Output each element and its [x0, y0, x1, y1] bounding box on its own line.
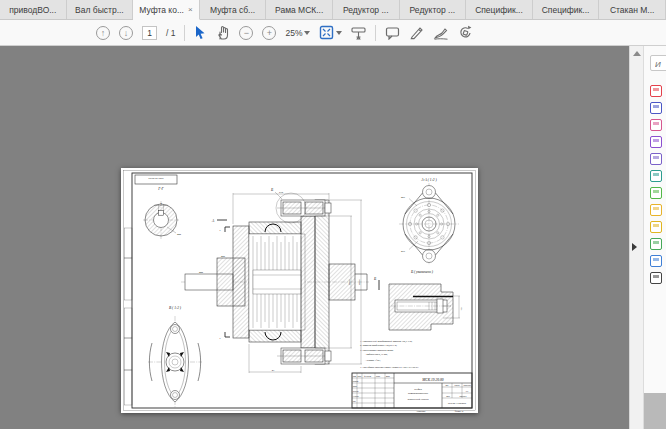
tab-privodvo[interactable]: приводВО... [0, 0, 67, 19]
tech-req-line: - радиальное 0,13 мм; [365, 353, 388, 356]
tb-col: Лист [358, 375, 362, 377]
acrobat-window: приводВО... Вал быстр... Муфта ко... × М… [0, 0, 666, 429]
tb-col: № докум. [364, 375, 372, 377]
kopiroval-label: Копировал [417, 410, 425, 412]
dim-overall-length: 145 [279, 191, 284, 193]
draw-tool-icon[interactable] [650, 272, 662, 284]
detail-b-arrow-label: Б [373, 277, 377, 281]
tool-search-input[interactable] [650, 55, 666, 71]
stamp-number: МСК.19.20.00 [148, 177, 164, 180]
tab-label: Муфта сб... [210, 5, 255, 15]
tb-row: Т.контр. [353, 390, 360, 392]
section-g-mark-top: Г [220, 229, 222, 231]
drawing-page[interactable]: .ln{stroke:#2b2b2b;fill:none;stroke-widt… [121, 168, 478, 413]
tb-col: Дата [386, 375, 390, 377]
crop-pages-tool-icon[interactable] [650, 170, 662, 182]
vertical-scrollbar[interactable] [629, 46, 643, 429]
pencil-tool-button[interactable] [409, 24, 424, 42]
page-up-button[interactable]: ↑ [96, 26, 110, 40]
tab-label: Специфик... [542, 5, 590, 15]
page-number-input[interactable] [142, 26, 157, 40]
format-label: Формат A3 [455, 410, 464, 412]
select-tool-button[interactable] [194, 24, 207, 42]
tb-row: Разраб. [353, 380, 360, 382]
view-main-assembly: Б А Г Г [181, 188, 369, 373]
tech-req-line: 4. При сборке нанести смазку Литол-24 ГО… [360, 366, 419, 369]
measure-tool-button[interactable] [351, 24, 366, 42]
tab-label: приводВО... [9, 5, 56, 15]
doc-type: Сборочный чертеж [407, 398, 429, 401]
tb-masshtab: Масштаб [463, 384, 470, 386]
tab-label: Вал быстр... [75, 5, 124, 15]
edit-pdf-tool-icon[interactable] [650, 136, 662, 148]
dim-hub-dia: Ø35 [221, 255, 226, 257]
dim-detail-thread: М8 [460, 307, 462, 311]
comment-tool-button[interactable] [385, 24, 400, 42]
zoom-out-button[interactable]: − [239, 26, 253, 40]
fit-page-dropdown[interactable] [319, 24, 342, 42]
sign-tool-button[interactable] [433, 24, 449, 42]
stamp-tool-button[interactable] [458, 24, 473, 42]
scroll-up-icon[interactable] [633, 51, 641, 56]
zoom-level-dropdown[interactable]: 25% [285, 24, 310, 42]
tb-row: Н.контр. [353, 395, 360, 397]
view-v: В ( 1:2 ) [148, 306, 202, 408]
stamp-rotate-icon [458, 25, 473, 40]
hand-tool-button[interactable] [216, 24, 230, 42]
part-name-1: Муфта [414, 388, 422, 391]
tab-specifik-1[interactable]: Специфик... [466, 0, 533, 19]
tab-mufta-sb[interactable]: Муфта сб... [200, 0, 267, 19]
chevron-down-icon [304, 31, 310, 35]
section-aa-label: А-А ( 1:2 ) [420, 178, 437, 182]
zoom-level-value: 25% [285, 28, 302, 38]
export-snippet-tool-icon[interactable] [650, 187, 662, 199]
tab-label: Редуктор ... [410, 5, 456, 15]
doc-number: МСК.19.20.00 [421, 378, 443, 382]
detail-b-label: Б ( увеличено ) [410, 270, 434, 274]
section-g-mark-bottom: Г [220, 337, 222, 339]
viewer-toolbar: ↑ ↓ / 1 − + 25% [0, 20, 666, 46]
tb-list: Лист [446, 395, 450, 397]
comment-bubble-icon [385, 26, 400, 40]
export-pdf-tool-icon[interactable] [650, 85, 662, 97]
view-section-gg: Г-Г 8 Ø28 [143, 187, 182, 239]
tab-reduktor-1[interactable]: Редуктор ... [333, 0, 400, 19]
tab-reduktor-2[interactable]: Редуктор ... [400, 0, 467, 19]
dim-shaft-dia: Ø28 [199, 271, 204, 273]
view-detail-b: Б ( увеличено ) М8 Б [373, 270, 462, 330]
tab-rama-msk[interactable]: Рама МСК... [266, 0, 333, 19]
document-canvas[interactable]: .ln{stroke:#2b2b2b;fill:none;stroke-widt… [0, 46, 629, 429]
select-arrow-icon [194, 25, 207, 40]
tab-val-bystr[interactable]: Вал быстр... [67, 0, 134, 19]
detail-b-callout-label: Б [270, 188, 274, 192]
tab-label: Стакан М... [610, 5, 655, 15]
tb-col: Изм. [353, 375, 357, 377]
tb-row: Утв. [353, 400, 357, 402]
share-tool-icon[interactable] [650, 238, 662, 250]
stamp-box: МСК.19.20.00 [135, 175, 177, 184]
tab-stakan-m[interactable]: Стакан М... [599, 0, 666, 19]
panel-expand-icon[interactable] [632, 243, 637, 251]
combine-files-tool-icon[interactable] [650, 119, 662, 131]
fill-sign-tool-icon[interactable] [650, 153, 662, 165]
tab-close-icon[interactable]: × [188, 6, 193, 14]
dim-pack-width: 24 [272, 369, 275, 371]
tech-req-line: 2. Момент пробуксовки 190,89 Н·м; [360, 344, 397, 347]
create-pdf-tool-icon[interactable] [650, 102, 662, 114]
protect-tool-icon[interactable] [650, 255, 662, 267]
tab-specifik-2[interactable]: Специфик... [533, 0, 600, 19]
toolbar-divider [184, 25, 185, 41]
tb-lit: Лит. [445, 384, 449, 386]
comment-tool-icon[interactable] [650, 221, 662, 233]
organize-pages-tool-icon[interactable] [650, 204, 662, 216]
tb-scale: 1:1 [466, 390, 468, 392]
tab-mufta-ko-active[interactable]: Муфта ко... × [133, 0, 200, 20]
tab-label: Редуктор ... [343, 5, 389, 15]
hand-icon [216, 25, 230, 40]
technical-requirements: 1. Номинальный передаваемый момент 190,4… [360, 340, 419, 369]
zoom-in-button[interactable]: + [262, 26, 276, 40]
tab-label: Рама МСК... [275, 5, 323, 15]
fountain-pen-icon [433, 26, 449, 40]
page-down-button[interactable]: ↓ [119, 26, 133, 40]
tech-req-line: 1. Номинальный передаваемый момент 190,4… [360, 340, 413, 343]
